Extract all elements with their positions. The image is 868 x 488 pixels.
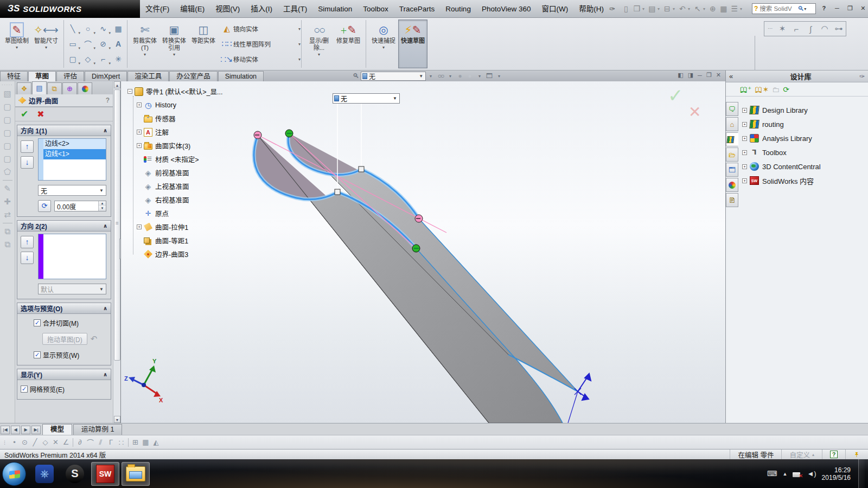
tree-item-history[interactable]: + ◷ History <box>131 98 247 112</box>
tab-render-tools[interactable]: 渲染工具 <box>127 71 169 81</box>
search-input[interactable] <box>760 5 797 12</box>
intersection-snap-icon[interactable]: ✕ <box>50 438 61 446</box>
restore-button[interactable]: ❐ <box>845 4 855 13</box>
convert-entities-button[interactable]: ▣ 转换实体引用 ▾ <box>159 20 189 68</box>
angle-snap-icon[interactable]: ∠ <box>61 438 71 446</box>
list-item-edge1[interactable]: 边线<1> <box>43 149 106 159</box>
menu-tools[interactable]: 工具(T) <box>278 0 312 18</box>
expand-plus-icon[interactable]: + <box>742 164 747 169</box>
file-explorer-tab[interactable]: 🗁︎ <box>726 147 738 162</box>
expand-plus-icon[interactable]: + <box>742 178 747 183</box>
tab-evaluate[interactable]: 评估 <box>56 71 84 81</box>
offset-entities-button[interactable]: ◫ 等距实体 <box>189 20 218 68</box>
confirm-ok-watermark-icon[interactable]: ✓ <box>668 85 684 106</box>
tangency-type-dropdown[interactable]: 无 ▼ <box>38 185 106 196</box>
perpendicular-snap-icon[interactable]: Γ <box>106 438 116 446</box>
help-icon[interactable]: ? <box>106 97 110 104</box>
display-header[interactable]: 显示(Y) ∧ <box>17 369 111 380</box>
wireframe-cube-icon[interactable]: ▢ <box>3 113 11 126</box>
direction1-listbox[interactable]: 边线<2> 边线<1> <box>38 138 106 181</box>
prev-tab-icon[interactable]: ◀ <box>11 426 20 434</box>
add-sketch-icon[interactable]: ✚ <box>4 195 11 208</box>
dashed-snap-icon[interactable]: ⸬ <box>116 438 126 447</box>
tree-item-material[interactable]: 材质 <未指定> <box>131 152 247 166</box>
save-icon[interactable]: ▤ <box>647 4 658 13</box>
circle-tool-icon[interactable]: ○▾ <box>81 22 95 36</box>
design-library-tab[interactable] <box>726 132 738 146</box>
new-document-icon[interactable]: ▯ <box>621 4 631 13</box>
options-header[interactable]: 选项与预览(O) ∧ <box>17 303 111 314</box>
resources-tab[interactable]: 🗨︎ <box>726 102 738 116</box>
tree-item-right-plane[interactable]: ◈ 右视基准面 <box>131 193 247 207</box>
pattern-tool-icon[interactable]: ▦ <box>111 22 125 36</box>
direction2-header[interactable]: 方向 2(2) ∧ <box>17 221 111 232</box>
menu-window[interactable]: 窗口(W) <box>536 0 573 18</box>
linear-pattern-button[interactable]: ∷∷ 线性草图阵列 ▾ <box>220 37 301 51</box>
copy-icon[interactable]: ⧉ <box>4 225 10 238</box>
menu-simulation[interactable]: Simulation <box>312 0 358 18</box>
filter-combo[interactable]: 无 ▼ <box>361 72 426 81</box>
tab-features[interactable]: 特征 <box>0 71 28 81</box>
midpoint-snap-icon[interactable]: ◇ <box>40 438 50 446</box>
tree-item-boundary-surface3[interactable]: 边界-曲面3 <box>131 247 247 261</box>
wireframe-cube-icon[interactable]: ▢ <box>3 126 11 139</box>
chevron-down-icon[interactable]: ▾ <box>475 74 484 79</box>
collapse-minus-icon[interactable]: − <box>127 89 132 94</box>
cable-icon[interactable]: ⊶ <box>832 24 846 34</box>
sketch-button[interactable]: ✎ 草图绘制 ▾ <box>2 20 31 68</box>
tab-office-products[interactable]: 办公室产品 <box>169 71 218 81</box>
chevron-down-icon[interactable]: ▾ <box>16 45 18 50</box>
s-bend-pipe-icon[interactable]: ∫ <box>803 24 818 34</box>
cancel-x-icon[interactable]: ✖ <box>37 109 44 119</box>
tree-item-surface-offset1[interactable]: 曲面-等距1 <box>131 234 247 247</box>
tree-item-design-library[interactable]: + Design Library <box>742 103 866 117</box>
tangent-snap-icon[interactable]: ∂ <box>75 438 85 446</box>
scroll-up-icon[interactable]: ▲ <box>114 81 120 88</box>
trim-entities-button[interactable]: ✄ 剪裁实体(T) ▾ <box>130 20 159 68</box>
move-up-button[interactable]: ↑ <box>21 140 34 153</box>
appearance-sphere-icon[interactable]: ● <box>455 72 465 80</box>
arc-tool-icon[interactable]: ⌒▾ <box>81 37 95 51</box>
tree-root[interactable]: − 零件1 (默认<<默认>_显... <box>127 85 247 98</box>
menu-edit[interactable]: 编辑(E) <box>175 0 210 18</box>
chevron-down-icon[interactable]: ▾ <box>426 74 436 79</box>
selection-callout-combo[interactable]: 无 ▼ <box>333 93 400 104</box>
expand-plus-icon[interactable]: + <box>742 122 747 127</box>
tab-dimxpert[interactable]: DimXpert <box>85 71 127 81</box>
options-icon[interactable]: ☰ <box>729 4 740 13</box>
rectangle-tool-icon[interactable]: ▭▾ <box>66 37 80 51</box>
section-cube-icon[interactable]: ⬠ <box>4 165 11 178</box>
text-tool-icon[interactable]: A <box>111 37 125 51</box>
property-manager-tab[interactable]: ▤ <box>32 81 47 94</box>
direction2-listbox[interactable] <box>38 234 106 279</box>
pin-icon[interactable]: ✑ <box>859 73 865 80</box>
tree-item-sensors[interactable]: 传感器 <box>131 112 247 125</box>
dimxpert-manager-tab[interactable]: ⊕ <box>62 82 77 94</box>
add-to-library-icon[interactable]: 🕮︎⁺ <box>740 85 751 94</box>
glasses-icon[interactable]: ○○ <box>436 72 445 80</box>
expand-plus-icon[interactable]: + <box>137 130 142 134</box>
show-hidden-icons[interactable]: ▲ <box>782 471 787 477</box>
tree-item-toolbox[interactable]: + Ꞁ Toolbox <box>742 145 866 159</box>
display-delete-relations-button[interactable]: ○○ 显示/删除... ▾ <box>304 20 334 68</box>
network-disconnected-icon[interactable] <box>793 470 801 478</box>
expand-plus-icon[interactable]: + <box>137 102 142 107</box>
move-down-button[interactable]: ↓ <box>21 156 34 169</box>
chevron-down-icon[interactable]: ▼ <box>418 74 424 79</box>
tree-item-surface-bodies[interactable]: + 曲面实体(3) <box>131 139 247 152</box>
doc-restore-icon[interactable]: ❐ <box>706 72 712 79</box>
line-tool-icon[interactable]: ╲▾ <box>66 22 80 36</box>
smart-dimension-button[interactable]: ✧⟷ 智能尺寸 ▾ <box>31 20 61 68</box>
chevron-down-icon[interactable]: ▾ <box>382 45 385 50</box>
menu-view[interactable]: 视图(V) <box>210 0 245 18</box>
pane-right-icon[interactable]: ◨ <box>688 72 693 79</box>
move-entities-button[interactable]: ⸬↘ 移动实体 ▾ <box>220 52 301 66</box>
tree-item-routing[interactable]: + routing <box>742 117 866 131</box>
point-snap-icon[interactable]: • <box>9 438 20 446</box>
expand-plus-icon[interactable]: + <box>137 224 142 229</box>
quick-snaps-button[interactable]: ◎ 快速捕捉 ▾ <box>369 20 398 68</box>
menu-help[interactable]: 帮助(H) <box>573 0 609 18</box>
graphics-viewport[interactable]: Z Y X − 零件1 (默认<<默认>_显... + ◷ History 传感… <box>120 81 725 423</box>
toolbar-grip[interactable]: ⋮ <box>2 440 7 445</box>
hv-snap-icon[interactable]: ⊞ <box>130 438 141 446</box>
